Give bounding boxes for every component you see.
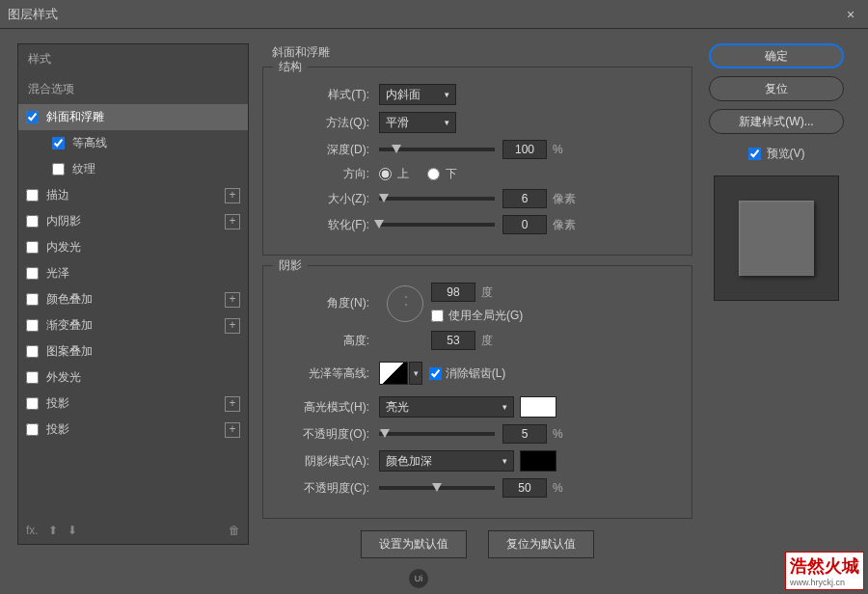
trash-icon[interactable]: 🗑 (229, 524, 240, 537)
add-instance-icon[interactable]: + (225, 188, 240, 203)
style-item-label: 斜面和浮雕 (46, 109, 240, 125)
shadow-mode-dropdown[interactable]: 颜色加深▾ (379, 450, 514, 472)
shadow-color-swatch[interactable] (520, 450, 556, 472)
preview-toggle: 预览(V) (748, 146, 805, 162)
add-instance-icon[interactable]: + (225, 422, 240, 438)
style-item-checkbox[interactable] (26, 267, 39, 280)
style-item-label: 描边 (46, 187, 225, 203)
window-title: 图层样式 (8, 6, 841, 23)
structure-legend: 结构 (273, 59, 308, 75)
set-default-button[interactable]: 设置为默认值 (361, 530, 467, 558)
style-item[interactable]: 斜面和浮雕 (18, 104, 248, 130)
styles-list-box: 样式 混合选项 斜面和浮雕等高线纹理描边+内阴影+内发光光泽颜色叠加+渐变叠加+… (17, 43, 249, 545)
reset-default-button[interactable]: 复位为默认值 (488, 530, 594, 558)
style-item-checkbox[interactable] (26, 241, 39, 254)
slider-knob[interactable] (392, 145, 401, 153)
angle-dial[interactable] (387, 285, 423, 322)
highlight-opacity-slider[interactable] (379, 432, 495, 436)
style-item-checkbox[interactable] (26, 345, 39, 358)
shadow-opacity-slider[interactable] (379, 486, 495, 490)
shading-fieldset: 阴影 角度(N): 98 度 使用全局光(G) 高度: (262, 265, 692, 519)
style-item[interactable]: 描边+ (18, 182, 248, 208)
gloss-contour-label: 光泽等高线: (275, 365, 369, 382)
shadow-opacity-input[interactable]: 50 (502, 478, 547, 498)
gloss-contour-dropdown[interactable]: ▾ (409, 362, 422, 385)
cancel-button[interactable]: 复位 (709, 76, 844, 101)
close-icon[interactable]: × (841, 7, 860, 22)
angle-label: 角度(N): (275, 295, 369, 311)
depth-input[interactable]: 100 (502, 140, 547, 159)
blend-options-heading[interactable]: 混合选项 (18, 74, 248, 104)
style-item-checkbox[interactable] (52, 163, 65, 176)
soften-input[interactable]: 0 (502, 215, 547, 234)
move-up-icon[interactable]: ⬆ (48, 524, 58, 537)
style-item[interactable]: 渐变叠加+ (18, 312, 248, 338)
style-item[interactable]: 图案叠加 (18, 338, 248, 364)
style-item-label: 投影 (46, 395, 225, 412)
size-input[interactable]: 6 (502, 189, 547, 208)
style-item[interactable]: 外发光 (18, 364, 248, 391)
style-item-checkbox[interactable] (52, 137, 65, 149)
style-item-checkbox[interactable] (26, 293, 39, 306)
add-instance-icon[interactable]: + (225, 396, 240, 412)
new-style-button[interactable]: 新建样式(W)... (709, 109, 844, 134)
slider-knob[interactable] (379, 194, 389, 202)
antialias-checkbox[interactable] (429, 367, 442, 380)
effect-title: 斜面和浮雕 (272, 44, 692, 61)
highlight-opacity-label: 不透明度(O): (275, 426, 369, 443)
style-item-checkbox[interactable] (26, 371, 39, 384)
technique-label: 方法(Q): (275, 115, 369, 131)
depth-label: 深度(D): (275, 142, 369, 158)
add-instance-icon[interactable]: + (225, 214, 240, 230)
style-item-checkbox[interactable] (26, 397, 39, 410)
size-slider[interactable] (379, 197, 495, 201)
style-item-checkbox[interactable] (26, 319, 39, 332)
style-item[interactable]: 内阴影+ (18, 208, 248, 234)
technique-dropdown[interactable]: 平滑▾ (379, 112, 456, 133)
down-label: 下 (446, 166, 457, 182)
ok-button[interactable]: 确定 (709, 43, 844, 68)
style-item-label: 内发光 (46, 239, 240, 256)
add-instance-icon[interactable]: + (225, 318, 240, 334)
shadow-opacity-unit: % (553, 481, 563, 495)
style-item[interactable]: 内发光 (18, 234, 248, 260)
style-item[interactable]: 投影+ (18, 417, 248, 443)
soften-slider[interactable] (379, 223, 495, 227)
style-item[interactable]: 纹理 (18, 156, 248, 182)
right-panel: 确定 复位 新建样式(W)... 预览(V) (704, 29, 868, 569)
style-item-checkbox[interactable] (26, 423, 39, 436)
style-item-label: 内阴影 (46, 213, 225, 230)
direction-up-radio[interactable] (379, 168, 392, 180)
preview-checkbox[interactable] (748, 148, 761, 160)
direction-down-radio[interactable] (427, 168, 440, 180)
soften-label: 软化(F): (275, 217, 369, 233)
style-item[interactable]: 等高线 (18, 130, 248, 156)
highlight-opacity-input[interactable]: 5 (502, 424, 547, 444)
styles-heading[interactable]: 样式 (18, 44, 248, 74)
highlight-color-swatch[interactable] (520, 396, 556, 418)
altitude-input[interactable]: 53 (431, 331, 475, 350)
slider-knob[interactable] (374, 220, 384, 229)
direction-radios: 上 下 (379, 166, 457, 182)
add-instance-icon[interactable]: + (225, 292, 240, 308)
style-item-checkbox[interactable] (26, 111, 39, 123)
gloss-contour-picker[interactable] (379, 362, 408, 385)
style-item-checkbox[interactable] (26, 189, 39, 202)
move-down-icon[interactable]: ⬇ (68, 524, 77, 537)
preview-label: 预览(V) (767, 146, 805, 162)
slider-knob[interactable] (432, 483, 442, 492)
highlight-mode-label: 高光模式(H): (275, 399, 369, 416)
style-item[interactable]: 颜色叠加+ (18, 286, 248, 312)
slider-knob[interactable] (380, 429, 390, 438)
style-item[interactable]: 投影+ (18, 391, 248, 417)
style-dropdown[interactable]: 内斜面▾ (379, 84, 456, 105)
depth-slider[interactable] (379, 148, 495, 151)
style-item-label: 等高线 (72, 135, 240, 151)
altitude-label: 高度: (275, 333, 369, 349)
style-item-checkbox[interactable] (26, 215, 39, 228)
global-light-checkbox[interactable] (431, 310, 444, 322)
fx-menu-icon[interactable]: fx. (26, 524, 39, 537)
angle-input[interactable]: 98 (431, 283, 475, 302)
style-item[interactable]: 光泽 (18, 260, 248, 286)
highlight-mode-dropdown[interactable]: 亮光▾ (379, 396, 514, 418)
